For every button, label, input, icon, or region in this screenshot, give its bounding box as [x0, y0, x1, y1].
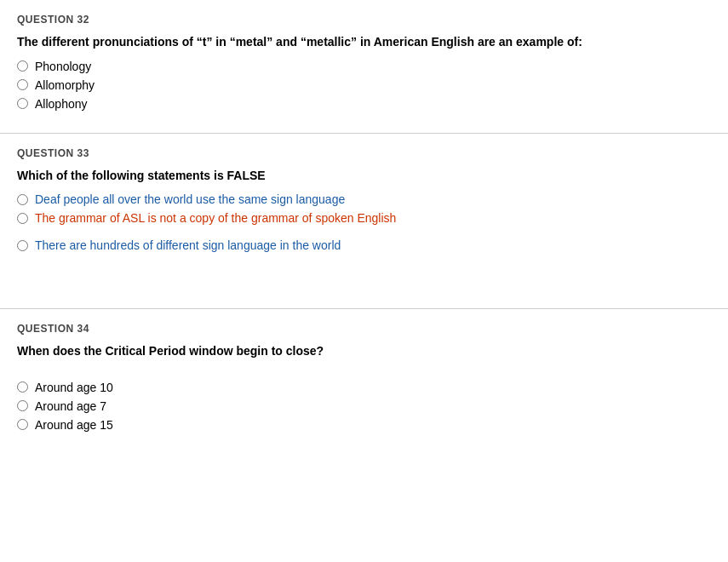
answer-option-34a[interactable]: Around age 10	[17, 381, 711, 394]
question-block-32: QUESTION 32 The different pronunciations…	[0, 0, 728, 134]
question-block-33: QUESTION 33 Which of the following state…	[0, 134, 728, 310]
answer-label-34b[interactable]: Around age 7	[35, 399, 106, 413]
radio-q32b[interactable]	[17, 79, 28, 90]
answer-option-34b[interactable]: Around age 7	[17, 399, 711, 413]
radio-q33b[interactable]	[17, 213, 28, 224]
radio-q33a[interactable]	[17, 194, 28, 205]
answer-label-33c[interactable]: There are hundreds of different sign lan…	[35, 238, 341, 252]
answer-label-32a[interactable]: Phonology	[35, 60, 91, 73]
answer-label-33b[interactable]: The grammar of ASL is not a copy of the …	[35, 211, 396, 225]
question-number-34: QUESTION 34	[17, 323, 711, 335]
answer-label-32b[interactable]: Allomorphy	[35, 78, 95, 92]
radio-q32c[interactable]	[17, 98, 28, 109]
question-text-32: The different pronunciations of “t” in “…	[17, 34, 711, 51]
question-text-33: Which of the following statements is FAL…	[17, 168, 711, 185]
question-block-34: QUESTION 34 When does the Critical Perio…	[0, 309, 728, 454]
answer-option-32b[interactable]: Allomorphy	[17, 78, 711, 92]
answer-option-32c[interactable]: Allophony	[17, 97, 711, 111]
quiz-container: QUESTION 32 The different pronunciations…	[0, 0, 728, 454]
radio-q32a[interactable]	[17, 60, 28, 72]
answer-label-34c[interactable]: Around age 15	[35, 418, 113, 432]
radio-q34a[interactable]	[17, 381, 28, 393]
answer-option-32a[interactable]: Phonology	[17, 60, 711, 73]
radio-q34c[interactable]	[17, 419, 28, 430]
answer-option-33b[interactable]: The grammar of ASL is not a copy of the …	[17, 211, 711, 225]
question-number-32: QUESTION 32	[17, 14, 711, 26]
question-number-33: QUESTION 33	[17, 147, 711, 159]
answer-option-33a[interactable]: Deaf people all over the world use the s…	[17, 192, 711, 206]
answer-label-32c[interactable]: Allophony	[35, 97, 88, 111]
question-text-34: When does the Critical Period window beg…	[17, 343, 711, 360]
answer-label-33a[interactable]: Deaf people all over the world use the s…	[35, 192, 345, 206]
answer-option-33c[interactable]: There are hundreds of different sign lan…	[17, 238, 711, 252]
answer-option-34c[interactable]: Around age 15	[17, 418, 711, 432]
radio-q34b[interactable]	[17, 400, 28, 411]
answer-label-34a[interactable]: Around age 10	[35, 381, 113, 394]
radio-q33c[interactable]	[17, 240, 28, 251]
